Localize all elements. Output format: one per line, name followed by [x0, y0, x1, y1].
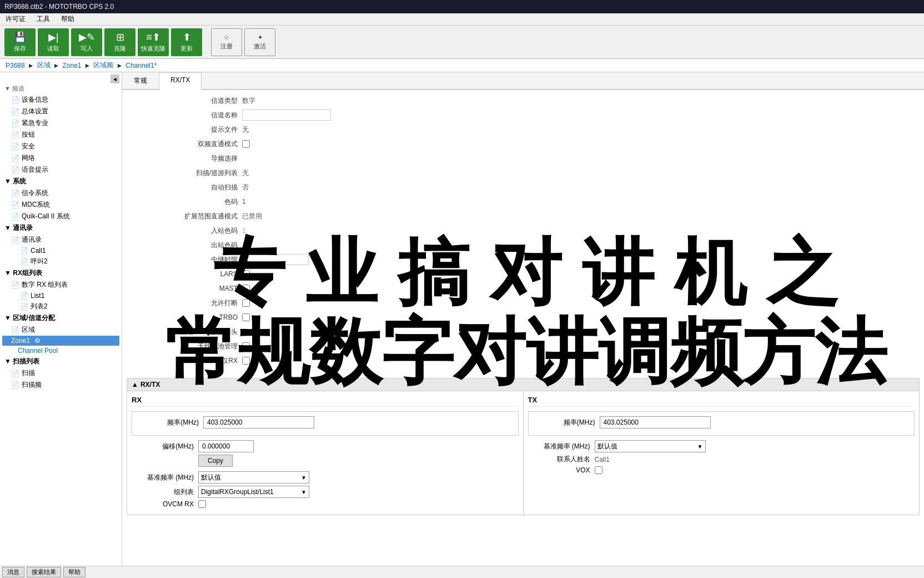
content-area: 常规 RX/TX 信道类型 数字 信道名称 提示文件 无 双频直通模式 导频选择	[122, 72, 924, 566]
breadcrumb-zone1[interactable]: Zone1	[62, 62, 81, 69]
activate-label: 激活	[254, 42, 266, 51]
sidebar-item-scan-freq[interactable]: 📄 扫描频	[2, 379, 119, 391]
quick-clone-button[interactable]: ≡⬆ 快速克隆	[138, 28, 169, 56]
tx-base-freq-dropdown[interactable]: 默认值 ▼	[595, 440, 706, 452]
sidebar-item-voice-prompt[interactable]: 📄 语音提示	[2, 164, 119, 176]
update-button[interactable]: ⬆ 更新	[171, 28, 202, 56]
tx-freq-label: 频率(MHz)	[533, 418, 600, 427]
sidebar-item-contacts[interactable]: 📄 通讯录	[2, 234, 119, 246]
sidebar-group-rxlist[interactable]: ▼ RX组列表	[2, 267, 119, 279]
gear-icon[interactable]: ⚙	[34, 337, 41, 345]
sidebar-group-scanlist[interactable]: ▼ 扫描列表	[2, 356, 119, 367]
form-checkbox-mast[interactable]	[242, 285, 250, 292]
form-row-channel-type: 信道类型 数字	[131, 94, 915, 107]
sidebar-item-digital-rxlist[interactable]: 📄 数字 RX 组列表	[2, 279, 119, 291]
page-icon: 📄	[20, 292, 28, 300]
status-tab-help[interactable]: 帮助	[63, 567, 86, 577]
sidebar-item-call1[interactable]: 📄 Call1	[2, 246, 119, 256]
form-value-color-code: 1	[242, 198, 246, 206]
rx-base-freq-dropdown[interactable]: 默认值 ▼	[198, 471, 309, 484]
rx-base-freq-value: 默认值	[201, 473, 221, 482]
sidebar-item-list2[interactable]: 📄 列表2	[2, 301, 119, 312]
rx-freq-box: 频率(MHz)	[132, 411, 519, 436]
rx-ovcm-checkbox[interactable]	[198, 500, 206, 508]
form-row-ext-range: 扩展范围直通模式 已禁用	[131, 210, 915, 222]
tab-general[interactable]: 常规	[122, 72, 159, 89]
rx-freq-input[interactable]	[203, 416, 314, 428]
sidebar-group-contacts[interactable]: ▼ 通讯录	[2, 222, 119, 234]
page-icon: 📄	[11, 213, 19, 221]
tx-vox-checkbox[interactable]	[595, 466, 602, 474]
breadcrumb-p3688[interactable]: P3688	[6, 62, 25, 69]
breadcrumb-area[interactable]: 区域频	[93, 61, 113, 70]
sidebar-item-device-info[interactable]: 📄 设备信息	[2, 94, 119, 106]
copy-button[interactable]: Copy	[198, 455, 233, 467]
save-label: 保存	[14, 44, 26, 53]
rx-list-dropdown[interactable]: DigitalRXGroupList/List1 ▼	[198, 486, 309, 498]
sidebar-item-signaling[interactable]: 📄 信令系统	[2, 187, 119, 199]
page-icon: 📄	[11, 155, 19, 162]
read-icon: ▶|	[48, 31, 59, 43]
sidebar-item-zone-list[interactable]: 📄 区域	[2, 324, 119, 336]
form-checkbox-rx-only[interactable]	[242, 357, 250, 365]
form-checkbox-trbo[interactable]	[242, 313, 250, 321]
page-icon: 📄	[11, 119, 19, 127]
form-checkbox-dual-freq[interactable]	[242, 140, 250, 148]
menu-item-license[interactable]: 许可证	[2, 13, 29, 25]
rx-offset-area: 偏移(MHz) Copy	[132, 440, 519, 467]
status-tab-results[interactable]: 搜索结果	[27, 567, 61, 577]
form-checkbox-battery-mgmt[interactable]	[242, 342, 250, 350]
write-button[interactable]: ▶✎ 写入	[71, 28, 102, 56]
page-icon: 📄	[11, 326, 19, 334]
sidebar-item-mdc[interactable]: 📄 MDC系统	[2, 199, 119, 211]
rx-offset-input[interactable]	[198, 440, 254, 452]
sidebar-item-scan[interactable]: 📄 扫描	[2, 367, 119, 379]
form-input-channel-name[interactable]	[242, 109, 331, 121]
form-checkbox-lars[interactable]	[242, 270, 250, 278]
tx-contact-value: Call1	[595, 456, 610, 464]
form-label-channel-type: 信道类型	[131, 96, 242, 106]
activate-button[interactable]: ✦ 激活	[244, 28, 275, 56]
sidebar-item-quikcall[interactable]: 📄 Quik-Call II 系统	[2, 211, 119, 222]
form-label-auto-scan: 自动扫描	[131, 183, 242, 192]
sidebar-item-emergency[interactable]: 📄 紧急专业	[2, 117, 119, 129]
form-row-battery-mgmt: 无线电池管理	[131, 340, 915, 352]
sidebar-collapse-button[interactable]: ◄	[111, 74, 119, 83]
sidebar-item-network[interactable]: 📄 网络	[2, 152, 119, 164]
sidebar-item-channel-pool[interactable]: Channel Pool	[2, 346, 119, 356]
sidebar-item-call2[interactable]: 📄 呼叫2	[2, 256, 119, 267]
tx-freq-input[interactable]	[600, 416, 711, 428]
register-button[interactable]: ☆ 注册	[211, 28, 242, 56]
sidebar-item-list1[interactable]: 📄 List1	[2, 291, 119, 301]
rxtx-header[interactable]: ▲ RX/TX	[127, 378, 919, 391]
rxtx-collapse-icon: ▲	[132, 381, 138, 388]
read-button[interactable]: ▶| 读取	[38, 28, 69, 56]
sidebar-group-system[interactable]: ▼ 系统	[2, 176, 119, 187]
menu-item-help[interactable]: 帮助	[58, 13, 78, 25]
save-button[interactable]: 💾 保存	[4, 28, 36, 56]
form-row-scan-list: 扫描/巡游列表 无	[131, 167, 915, 179]
menu-item-tools[interactable]: 工具	[33, 13, 53, 25]
form-value-out-color: 1	[242, 241, 246, 249]
sidebar-item-buttons[interactable]: 📄 按钮	[2, 129, 119, 141]
breadcrumb-channel1[interactable]: Channel1*	[125, 62, 157, 69]
sidebar-item-security[interactable]: 📄 安全	[2, 141, 119, 152]
form-label-out-color: 出站色码	[131, 241, 242, 250]
rxtx-body: RX 频率(MHz) 偏移(MHz)	[127, 391, 919, 515]
form-checkbox-allow-interrupt[interactable]	[242, 299, 250, 307]
page-icon: 📄	[11, 281, 19, 289]
rxtx-section-label: RX/TX	[140, 381, 160, 388]
sidebar-group-zone[interactable]: ▼ 区域/信道分配	[2, 312, 119, 324]
clone-button[interactable]: ⊞ 克隆	[104, 28, 135, 56]
sidebar-item-zone1[interactable]: Zone1 ⚙	[2, 336, 119, 346]
tab-rxtx[interactable]: RX/TX	[159, 72, 202, 90]
form-row-lars: LARS	[131, 268, 915, 280]
status-tab-messages[interactable]: 消息	[2, 567, 24, 577]
form-label-prompt-file: 提示文件	[131, 125, 242, 134]
breadcrumb-zone[interactable]: 区域	[37, 61, 51, 70]
rx-list-value: DigitalRXGroupList/List1	[201, 488, 274, 496]
form-input-relay-slot[interactable]	[242, 254, 309, 265]
sidebar-item-general-settings[interactable]: 📄 总体设置	[2, 106, 119, 117]
form-row-allow-interrupt: 允许打断	[131, 297, 915, 309]
tx-contact-row: 联系人姓名 Call1	[528, 455, 915, 464]
